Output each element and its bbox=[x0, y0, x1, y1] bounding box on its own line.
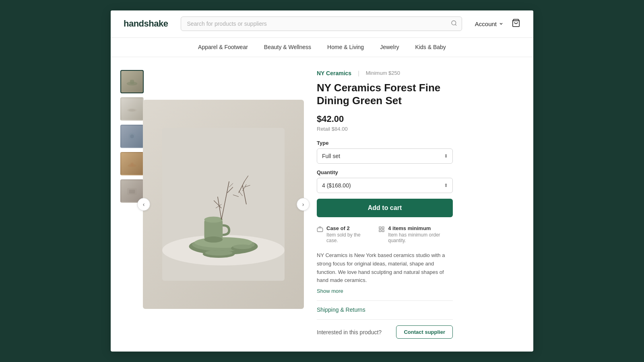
add-to-cart-button[interactable]: Add to cart bbox=[317, 199, 453, 217]
carousel-prev-button[interactable]: ‹ bbox=[137, 198, 150, 211]
nav-beauty[interactable]: Beauty & Wellness bbox=[264, 44, 311, 50]
svg-line-1 bbox=[455, 25, 456, 26]
product-illustration bbox=[159, 128, 288, 281]
quantity-select[interactable]: 4 ($168.00) 8 ($336.00) 12 ($504.00) bbox=[317, 178, 453, 193]
search-input[interactable] bbox=[181, 16, 462, 31]
type-select-wrap: Full set Partial set ⬍ bbox=[317, 148, 453, 164]
svg-rect-39 bbox=[379, 227, 381, 229]
cart-icon bbox=[512, 19, 520, 27]
site-logo: handshake bbox=[124, 19, 168, 29]
search-button[interactable] bbox=[451, 20, 457, 28]
thumbnail-3[interactable] bbox=[120, 125, 144, 148]
show-more-button[interactable]: Show more bbox=[317, 288, 453, 294]
svg-rect-12 bbox=[129, 189, 135, 193]
type-label: Type bbox=[317, 140, 453, 146]
minimum-badge: 4 items minimum Item has minimum order q… bbox=[378, 225, 453, 243]
brand-line: NY Ceramics | Minimum $250 bbox=[317, 70, 453, 76]
case-icon bbox=[317, 226, 323, 234]
brand-divider: | bbox=[358, 70, 359, 76]
shipping-link[interactable]: Shipping & Returns bbox=[317, 300, 453, 313]
nav-kids[interactable]: Kids & Baby bbox=[415, 44, 446, 50]
header-actions: Account bbox=[475, 19, 520, 29]
quantity-label: Quantity bbox=[317, 169, 453, 175]
next-icon: › bbox=[302, 201, 304, 208]
product-description: NY Ceramics is New York based ceramics s… bbox=[317, 251, 453, 285]
svg-point-8 bbox=[130, 134, 134, 138]
min-items-desc: Item has minimum order quantity. bbox=[388, 232, 453, 243]
product-info: NY Ceramics | Minimum $250 NY Ceramics F… bbox=[304, 70, 453, 339]
svg-point-22 bbox=[204, 237, 223, 243]
cart-button[interactable] bbox=[512, 19, 520, 29]
nav-home[interactable]: Home & Living bbox=[327, 44, 364, 50]
prev-icon: ‹ bbox=[143, 201, 145, 208]
case-text: Case of 2 Item sold by the case. bbox=[326, 225, 369, 243]
minimum-text: Minimum $250 bbox=[366, 70, 400, 76]
contact-supplier-button[interactable]: Contact supplier bbox=[396, 325, 453, 339]
svg-rect-10 bbox=[130, 163, 133, 166]
min-items-title: 4 items minimum bbox=[388, 225, 453, 231]
nav-jewelry[interactable]: Jewelry bbox=[380, 44, 399, 50]
case-desc: Item sold by the case. bbox=[326, 232, 369, 243]
price-wrap: $42.00 bbox=[317, 114, 453, 124]
supplier-row: Interested in this product? Contact supp… bbox=[317, 319, 453, 339]
minimum-text-wrap: 4 items minimum Item has minimum order q… bbox=[388, 225, 453, 243]
case-title: Case of 2 bbox=[326, 225, 369, 231]
info-badges: Case of 2 Item sold by the case. 4 items… bbox=[317, 225, 453, 243]
product-layout: ‹ › NY Ceramics | Minimum $250 NY Cerami… bbox=[111, 57, 533, 352]
search-bar bbox=[181, 16, 462, 31]
svg-rect-42 bbox=[382, 230, 384, 232]
header: handshake Account bbox=[111, 10, 533, 38]
svg-rect-40 bbox=[382, 227, 384, 229]
main-image-wrap: ‹ › bbox=[143, 70, 304, 339]
svg-point-19 bbox=[205, 250, 232, 255]
type-select[interactable]: Full set Partial set bbox=[317, 148, 453, 164]
case-badge: Case of 2 Item sold by the case. bbox=[317, 225, 369, 243]
brand-name[interactable]: NY Ceramics bbox=[317, 70, 351, 76]
svg-point-24 bbox=[233, 245, 252, 249]
nav-bar: Apparel & Footwear Beauty & Wellness Hom… bbox=[111, 38, 533, 57]
nav-apparel[interactable]: Apparel & Footwear bbox=[198, 44, 248, 50]
account-label: Account bbox=[475, 21, 497, 27]
product-title: NY Ceramics Forest Fine Dining Green Set bbox=[317, 81, 453, 107]
thumbnail-2[interactable] bbox=[120, 97, 144, 121]
product-price: $42.00 bbox=[317, 114, 344, 124]
thumbnail-4[interactable] bbox=[120, 152, 144, 175]
svg-rect-41 bbox=[379, 230, 381, 232]
svg-rect-38 bbox=[317, 228, 322, 232]
chevron-down-icon bbox=[499, 21, 504, 26]
svg-point-21 bbox=[204, 216, 223, 222]
svg-rect-4 bbox=[130, 80, 134, 84]
page-container: handshake Account Appa bbox=[111, 10, 533, 352]
main-product-image bbox=[143, 100, 304, 309]
quantity-select-wrap: 4 ($168.00) 8 ($336.00) 12 ($504.00) ⬍ bbox=[317, 178, 453, 193]
minimum-icon bbox=[378, 226, 385, 234]
svg-point-0 bbox=[452, 21, 456, 25]
retail-price: Retail $84.00 bbox=[317, 126, 453, 132]
carousel-next-button[interactable]: › bbox=[297, 198, 310, 211]
svg-point-6 bbox=[129, 109, 136, 111]
thumbnail-1[interactable] bbox=[120, 70, 144, 93]
account-button[interactable]: Account bbox=[475, 21, 504, 27]
interested-text: Interested in this product? bbox=[317, 329, 382, 335]
